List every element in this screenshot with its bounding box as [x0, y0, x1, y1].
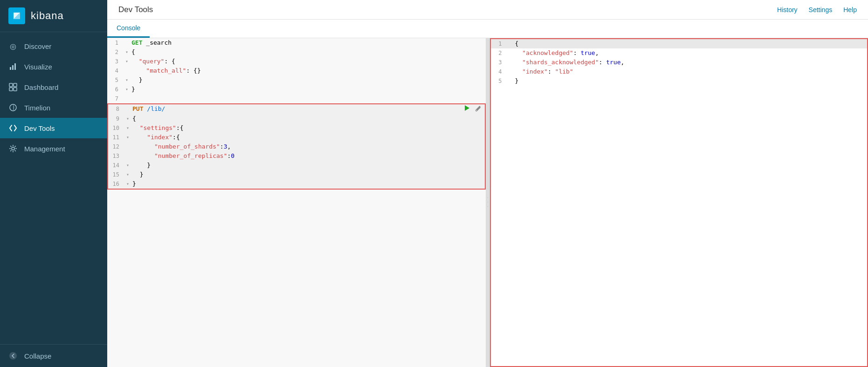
editor-area: 1 GET _search 2 ▾ { 3 ▾ "query": {	[107, 38, 868, 367]
svg-rect-7	[9, 88, 13, 91]
tabs: Console	[107, 20, 868, 38]
code-line: 6 ▾ }	[107, 85, 486, 94]
sidebar-item-label: Management	[24, 145, 65, 153]
code-line: 1 GET _search	[107, 38, 486, 48]
code-line: 3 ▾ "query": {	[107, 57, 486, 66]
logo-icon	[8, 7, 25, 24]
collapse-label: Collapse	[24, 352, 51, 360]
code-line: 16 ▾ }	[108, 179, 485, 189]
sidebar-item-label: Dashboard	[24, 83, 58, 91]
code-line: 2 ▾ {	[107, 48, 486, 57]
svg-marker-12	[465, 105, 469, 111]
code-line: 5 ▾ }	[107, 75, 486, 85]
output-line: 2 "acknowledged": true,	[491, 48, 868, 58]
dashboard-icon	[8, 82, 18, 92]
svg-rect-6	[14, 83, 17, 87]
page-title: Dev Tools	[118, 5, 153, 14]
code-line: 4 "match_all": {}	[107, 66, 486, 75]
svg-rect-4	[14, 63, 16, 70]
svg-rect-2	[10, 67, 11, 70]
run-button[interactable]	[462, 104, 472, 114]
output-line: 5 }	[491, 76, 868, 86]
svg-point-13	[475, 110, 476, 111]
editor-normal-lines: 1 GET _search 2 ▾ { 3 ▾ "query": {	[107, 38, 486, 103]
settings-link[interactable]: Settings	[809, 6, 833, 14]
code-line-8: 8 PUT /lib/	[108, 104, 485, 114]
code-line: 15 ▾ }	[108, 170, 485, 179]
collapse-button[interactable]: Collapse	[0, 344, 107, 367]
output-line: 3 "shards_acknowledged": true,	[491, 58, 868, 67]
sidebar-item-devtools[interactable]: Dev Tools	[0, 118, 107, 138]
history-link[interactable]: History	[777, 6, 798, 14]
visualize-icon	[8, 62, 18, 71]
sidebar-item-label: Dev Tools	[24, 124, 55, 132]
topbar-actions: History Settings Help	[777, 6, 857, 14]
main-content: Dev Tools History Settings Help Console …	[107, 0, 868, 367]
collapse-icon	[8, 351, 18, 360]
svg-point-10	[12, 147, 14, 150]
output-line: 1 {	[491, 39, 868, 48]
tab-console[interactable]: Console	[107, 20, 150, 38]
sidebar-item-timelion[interactable]: Timelion	[0, 97, 107, 118]
sidebar-item-label: Timelion	[24, 104, 50, 112]
management-icon	[8, 144, 18, 153]
output-pane-wrapper: 1 { 2 "acknowledged": true, 3 "shards_ac…	[490, 38, 868, 367]
sidebar-item-visualize[interactable]: Visualize	[0, 56, 107, 77]
code-line: 14 ▾ }	[108, 161, 485, 170]
resize-handle[interactable]: · · ·	[486, 38, 490, 367]
help-link[interactable]: Help	[843, 6, 857, 14]
code-line: 12 "number_of_shards":3,	[108, 142, 485, 151]
action-buttons	[462, 104, 485, 114]
code-line: 11 ▾ "index":{	[108, 133, 485, 142]
svg-point-11	[9, 352, 17, 360]
topbar: Dev Tools History Settings Help	[107, 0, 868, 20]
sidebar-item-management[interactable]: Management	[0, 138, 107, 159]
sidebar-item-dashboard[interactable]: Dashboard	[0, 77, 107, 97]
svg-rect-5	[9, 83, 13, 87]
output-pane: 1 { 2 "acknowledged": true, 3 "shards_ac…	[490, 38, 868, 367]
code-line: 13 "number_of_replicas":0	[108, 151, 485, 161]
logo: kibana	[0, 0, 107, 32]
sidebar-item-label: Visualize	[24, 63, 52, 71]
devtools-icon	[8, 123, 18, 133]
output-line: 4 "index": "lib"	[491, 67, 868, 76]
discover-icon: ◎	[8, 41, 18, 51]
sidebar-item-label: Discover	[24, 42, 51, 50]
svg-rect-8	[14, 88, 17, 91]
logo-text: kibana	[31, 10, 64, 22]
code-line: 7	[107, 94, 486, 103]
code-line: 10 ▾ "settings":{	[108, 123, 485, 133]
code-line: 9 ▾ {	[108, 114, 485, 123]
timelion-icon	[8, 103, 18, 112]
sidebar-item-discover[interactable]: ◎ Discover	[0, 36, 107, 56]
editor-input-pane[interactable]: 1 GET _search 2 ▾ { 3 ▾ "query": {	[107, 38, 486, 367]
sidebar: kibana ◎ Discover Visualize Dashboard Ti…	[0, 0, 107, 367]
wrench-button[interactable]	[474, 105, 482, 113]
sidebar-nav: ◎ Discover Visualize Dashboard Timelion	[0, 32, 107, 344]
svg-rect-3	[12, 65, 14, 70]
selected-block: 8 PUT /lib/ 9	[107, 103, 486, 190]
